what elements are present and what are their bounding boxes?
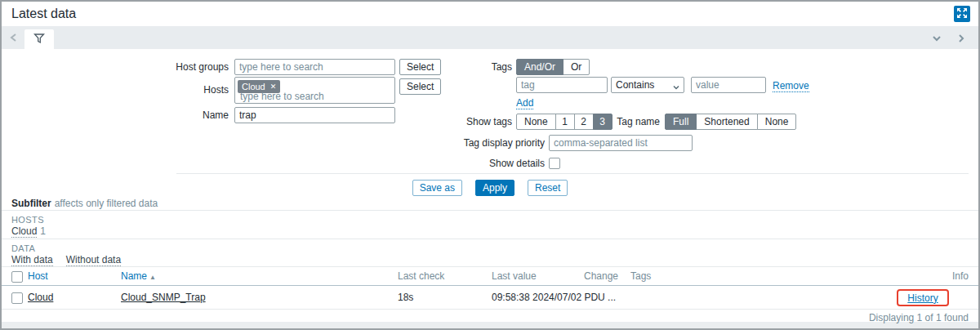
tag-add-link[interactable]: Add: [516, 97, 533, 109]
tags-label: Tags: [443, 59, 512, 75]
subfilter-hosts-heading: HOSTS: [11, 215, 44, 225]
hosts-multiselect[interactable]: Cloud ✕ type here to search: [234, 77, 395, 104]
column-header-host[interactable]: Host: [28, 268, 48, 285]
column-header-last-value: Last value: [492, 268, 537, 285]
apply-button[interactable]: Apply: [475, 180, 514, 196]
column-header-tags: Tags: [630, 268, 651, 285]
history-annotation-box: History: [897, 289, 949, 306]
subfilter-title-text: Subfilter: [11, 198, 51, 209]
collapse-filter-chevron-icon[interactable]: [931, 33, 942, 44]
tag-name-full[interactable]: Full: [665, 114, 697, 130]
subfilter-without-data-link[interactable]: Without data: [66, 254, 121, 266]
show-tags-label: Show tags: [410, 114, 512, 130]
subfilter-host-item: Cloud1: [11, 225, 46, 237]
page-header: Latest data: [2, 2, 978, 26]
subfilter-title: Subfilteraffects only filtered data: [11, 198, 158, 209]
tags-operator-or[interactable]: Or: [563, 59, 590, 75]
tab-filter[interactable]: [24, 29, 54, 49]
show-tags-none[interactable]: None: [516, 114, 556, 130]
select-chevron-down-icon: [672, 81, 680, 96]
history-link[interactable]: History: [907, 292, 938, 304]
subfilter-hosts-links: Cloud1: [11, 225, 46, 237]
tag-name-mode-label: Tag name: [614, 114, 660, 130]
scroll-right-chevron-icon[interactable]: [956, 33, 967, 44]
show-details-label: Show details: [426, 155, 545, 172]
row-name-cell: Cloud_SNMP_Trap: [121, 287, 206, 308]
subfilter-divider-1: [2, 210, 978, 211]
name-input[interactable]: [234, 107, 395, 123]
subfilter-with-data-link[interactable]: With data: [11, 254, 53, 266]
hosts-label: Hosts: [2, 82, 229, 98]
name-label: Name: [2, 107, 229, 123]
tag-display-priority-label: Tag display priority: [426, 135, 545, 151]
row-last-value-cell: 09:58:38 2024/07/02 PDU ...: [492, 287, 616, 308]
fullscreen-arrows-icon: [956, 7, 968, 21]
tag-name-none[interactable]: None: [757, 114, 797, 130]
tag-display-priority-input[interactable]: [549, 135, 693, 151]
select-all-checkbox[interactable]: [11, 271, 23, 283]
subfilter-data-links: With data Without data: [11, 254, 121, 266]
tag-name-shortened[interactable]: Shortened: [696, 114, 757, 130]
host-groups-label: Host groups: [2, 59, 229, 75]
host-groups-input[interactable]: [234, 59, 395, 75]
show-tags-2[interactable]: 2: [574, 114, 594, 130]
row-host-link[interactable]: Cloud: [28, 292, 53, 303]
tag-name-segmented: Full Shortened None: [665, 114, 796, 130]
host-groups-select-button[interactable]: Select: [399, 59, 441, 75]
kiosk-mode-button[interactable]: [954, 6, 970, 22]
show-tags-3[interactable]: 3: [593, 114, 612, 130]
page-title: Latest data: [11, 7, 76, 21]
filter-funnel-icon: [33, 33, 45, 47]
result-count-summary: Displaying 1 of 1 found: [869, 312, 969, 323]
show-tags-1[interactable]: 1: [555, 114, 575, 130]
tag-operator-value: Contains: [616, 79, 654, 91]
column-header-name[interactable]: Name▲: [121, 268, 156, 286]
column-header-info: Info: [952, 268, 969, 285]
subfilter-host-count: 1: [40, 225, 46, 237]
app-window: Latest data: [0, 0, 980, 330]
row-host-cell: Cloud: [28, 287, 53, 308]
filter-panel: Host groups Select Hosts Cloud ✕ type he…: [2, 49, 978, 322]
subfilter-data-heading: DATA: [11, 243, 35, 253]
table-row: Cloud Cloud_SNMP_Trap 18s 09:58:38 2024/…: [2, 287, 978, 310]
show-details-checkbox[interactable]: [549, 158, 560, 169]
row-item-name-link[interactable]: Cloud_SNMP_Trap: [121, 292, 206, 303]
filter-tab-strip: [2, 26, 978, 49]
filter-buttons-row: Save as Apply Reset: [2, 180, 978, 196]
reset-button[interactable]: Reset: [528, 180, 568, 196]
row-last-check-cell: 18s: [398, 287, 413, 308]
table-header-row: Host Name▲ Last check Last value Change …: [2, 268, 978, 286]
tag-remove-link[interactable]: Remove: [773, 80, 809, 92]
row-checkbox[interactable]: [11, 292, 23, 304]
show-tags-segmented: None 1 2 3: [516, 114, 612, 130]
column-header-change: Change: [584, 268, 618, 285]
subfilter-divider-2: [2, 239, 978, 239]
column-header-last-check: Last check: [398, 268, 444, 285]
subfilter-subtitle: affects only filtered data: [55, 198, 158, 209]
form-divider: [176, 173, 969, 174]
sort-asc-icon: ▲: [149, 274, 156, 281]
tag-name-input[interactable]: [516, 77, 608, 93]
hosts-select-button[interactable]: Select: [399, 78, 441, 95]
tag-value-input[interactable]: [691, 77, 766, 93]
table-top-divider: [2, 266, 978, 267]
subfilter-host-link[interactable]: Cloud: [11, 225, 37, 238]
tag-operator-select[interactable]: Contains: [611, 77, 684, 93]
tags-operator-andor[interactable]: And/Or: [516, 59, 564, 75]
scroll-left-chevron-icon[interactable]: [8, 32, 20, 43]
hosts-search-placeholder: type here to search: [240, 91, 324, 102]
tags-operator-segmented: And/Or Or: [516, 59, 590, 75]
save-as-button[interactable]: Save as: [412, 180, 462, 196]
